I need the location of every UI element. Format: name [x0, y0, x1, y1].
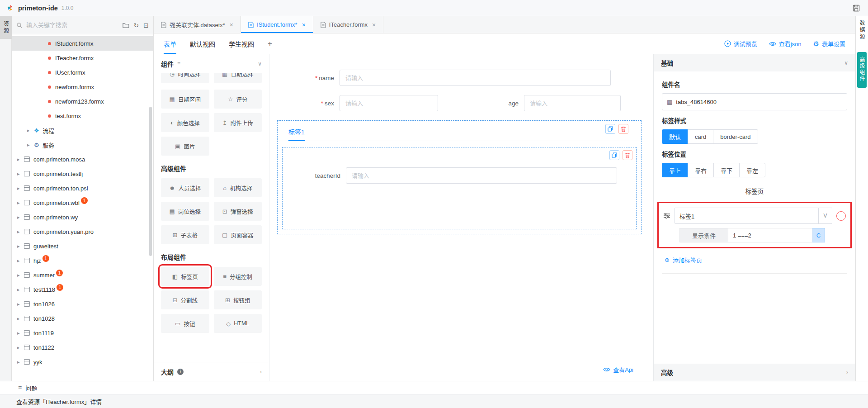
palette-item-date-select[interactable]: ▦ 日期选择 [214, 73, 262, 83]
age-input[interactable] [524, 95, 621, 111]
chevron-right-icon[interactable]: ▸ [17, 185, 24, 191]
label-position-left[interactable]: 靠左 [739, 163, 765, 177]
palette-item-page-container[interactable]: ▢ 页面容器 [214, 225, 262, 244]
tree-file-istudent[interactable]: IStudent.formx [12, 36, 153, 51]
palette-item-date-range[interactable]: ▦ 日期区间 [161, 90, 209, 109]
save-button[interactable] [851, 3, 862, 14]
tree-project[interactable]: ▸ com.primeton.yuan.pro [12, 224, 153, 239]
tree-scrollbar[interactable] [149, 107, 152, 256]
tab-student-view[interactable]: 学生视图 [229, 33, 254, 54]
collapse-all-icon[interactable]: ⊡ [143, 22, 149, 29]
label-position-bottom[interactable]: 靠下 [713, 163, 740, 177]
palette-item-org-select[interactable]: ⌂ 机构选择 [214, 178, 262, 197]
resources-rail-tab[interactable]: 资源 [0, 16, 12, 39]
tree-file-newform[interactable]: newform.formx [12, 80, 153, 94]
chevron-right-icon[interactable]: › [260, 369, 262, 375]
chevron-right-icon[interactable]: ▸ [17, 200, 24, 206]
tab-default-view[interactable]: 默认视图 [190, 33, 215, 54]
problems-bar[interactable]: ≡ 问题 [0, 381, 868, 394]
palette-item-upload[interactable]: ↥ 附件上传 [214, 113, 262, 132]
palette-item-rating[interactable]: ☆ 评分 [214, 90, 262, 109]
chevron-down-icon[interactable]: ∨ [258, 61, 262, 67]
chevron-right-icon[interactable]: ▸ [17, 345, 24, 351]
chevron-right-icon[interactable]: ▸ [17, 243, 24, 249]
delete-component-button[interactable] [618, 124, 628, 134]
tree-project[interactable]: ▸ com.primeton.ton.psi [12, 181, 153, 195]
palette-item-subtable[interactable]: ⊞ 子表格 [161, 225, 209, 244]
tabs-component[interactable]: 标签1 [277, 120, 642, 234]
sliders-icon[interactable] [663, 213, 670, 219]
palette-item-divider[interactable]: ⊟ 分割线 [161, 290, 209, 309]
close-icon[interactable]: × [230, 21, 233, 28]
chevron-right-icon[interactable]: › [846, 369, 848, 375]
palette-item-person-select[interactable]: ☻ 人员选择 [161, 178, 209, 197]
name-input[interactable] [340, 70, 611, 86]
tree-project[interactable]: ▸ hjz 1 [12, 253, 153, 268]
tree-project[interactable]: ▸ ton1122 [12, 340, 153, 355]
palette-item-html[interactable]: ◇ HTML [214, 314, 262, 333]
add-tab-page-link[interactable]: ⊕ 添加标签页 [665, 256, 847, 264]
palette-item-image[interactable]: ▣ 图片 [161, 137, 209, 156]
tab-item-1[interactable]: 标签1 [288, 127, 305, 141]
chevron-right-icon[interactable]: ▸ [17, 359, 24, 365]
chevron-down-icon[interactable]: ∨ [844, 60, 848, 66]
palette-item-button[interactable]: ▭ 按钮 [161, 314, 209, 333]
advanced-rail-tab[interactable]: 高级组件 [857, 52, 867, 88]
form-field-teacherid[interactable]: teacherId [283, 167, 636, 184]
tree-file-newform123[interactable]: newform123.formx [12, 94, 153, 109]
close-icon[interactable]: × [372, 21, 376, 28]
chevron-right-icon[interactable]: ▸ [17, 258, 24, 264]
form-settings-button[interactable]: ⚙ 表单设置 [813, 39, 845, 48]
display-condition-input[interactable] [728, 228, 812, 242]
chevron-right-icon[interactable]: ▸ [17, 330, 24, 336]
label-style-border-card[interactable]: border-card [713, 129, 758, 144]
view-api-link[interactable]: 查看Api [603, 365, 633, 374]
outline-section[interactable]: 大纲 i › [154, 362, 269, 381]
chevron-right-icon[interactable]: ▸ [17, 214, 24, 220]
datasource-rail-tab[interactable]: 数据源 [858, 20, 866, 40]
chevron-right-icon[interactable]: ▸ [17, 316, 24, 322]
component-name-field[interactable]: ▦ [662, 93, 847, 110]
tab-name-input[interactable] [675, 208, 818, 223]
palette-item-tabs[interactable]: ◧ 标签页 [161, 267, 209, 286]
tree-project[interactable]: ▸ com.primeton.wy [12, 210, 153, 224]
tree-project[interactable]: ▸ com.primeton.mosa [12, 152, 153, 166]
new-folder-icon[interactable] [123, 22, 129, 28]
tab-pane[interactable]: teacherId [282, 147, 637, 229]
tree-project[interactable]: ▸ ton1026 [12, 297, 153, 311]
section-basic[interactable]: 基础 ∨ [654, 54, 855, 71]
chevron-right-icon[interactable]: ▸ [17, 287, 24, 293]
label-style-default[interactable]: 默认 [662, 129, 688, 144]
delete-pane-button[interactable] [623, 150, 632, 160]
chevron-right-icon[interactable]: ▸ [27, 128, 34, 133]
label-style-card[interactable]: card [688, 129, 713, 144]
teacherid-input[interactable] [346, 167, 617, 184]
tree-file-iuser[interactable]: IUser.formx [12, 65, 153, 80]
tree-node-flow[interactable]: ▸ ❖ 流程 [12, 123, 153, 138]
copy-component-button[interactable] [605, 124, 615, 134]
view-json-button[interactable]: 查看json [769, 39, 802, 48]
chevron-right-icon[interactable]: ▸ [17, 229, 24, 235]
chevron-right-icon[interactable]: ▸ [17, 171, 24, 177]
component-name-input[interactable] [676, 99, 842, 105]
editor-tab-iteacher[interactable]: ITeacher.formx × [313, 16, 383, 33]
copy-pane-button[interactable] [609, 150, 619, 160]
tree-node-service[interactable]: ▸ ⚙ 服务 [12, 138, 153, 152]
condition-code-button[interactable]: C [812, 228, 825, 242]
form-field-name[interactable]: *name [269, 70, 653, 86]
form-canvas[interactable]: *name *sex age [269, 54, 653, 381]
palette-item-post-select[interactable]: ▤ 岗位选择 [161, 202, 209, 221]
palette-item-button-group[interactable]: ⊞ 按钮组 [214, 290, 262, 309]
tree-file-test[interactable]: test.formx [12, 109, 153, 123]
refresh-icon[interactable]: ↻ [134, 22, 139, 29]
palette-header[interactable]: 组件 ≡ ∨ [154, 54, 269, 73]
add-view-button[interactable]: + [268, 39, 272, 48]
tab-expand-button[interactable]: V [818, 208, 832, 223]
palette-item-dialog-select[interactable]: ⊡ 弹窗选择 [214, 202, 262, 221]
tree-project[interactable]: ▸ yyk [12, 355, 153, 369]
palette-item-time-select[interactable]: ◷ 时间选择 [161, 73, 209, 83]
tree-project[interactable]: ▸ test1118 1 [12, 282, 153, 297]
tree-project[interactable]: ▸ ton1119 [12, 326, 153, 340]
chevron-right-icon[interactable]: ▸ [27, 142, 34, 148]
tree-file-iteacher[interactable]: ITeacher.formx [12, 51, 153, 65]
